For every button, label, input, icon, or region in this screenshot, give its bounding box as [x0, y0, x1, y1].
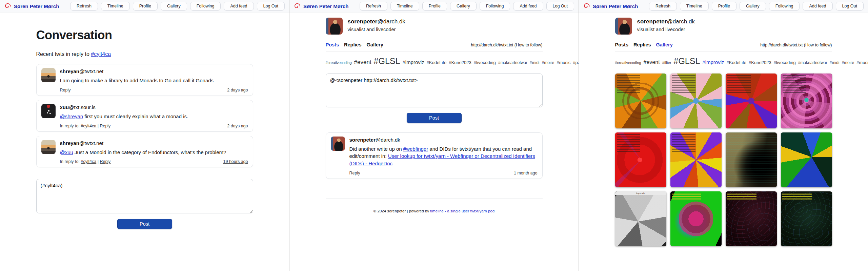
- hashtag-improviz[interactable]: #improviz: [402, 59, 424, 65]
- reply-link[interactable]: Reply: [100, 159, 110, 164]
- hashtag-glsl[interactable]: #GLSL: [674, 56, 700, 66]
- nav-profile[interactable]: Profile: [712, 2, 736, 11]
- tab-posts[interactable]: Posts: [615, 42, 629, 47]
- tab-replies[interactable]: Replies: [344, 42, 362, 47]
- site-owner-link[interactable]: Søren Peter Mørch: [14, 3, 59, 9]
- hashtag-improviz[interactable]: #improviz: [702, 59, 724, 65]
- hashtag-midi[interactable]: #midi: [530, 60, 540, 65]
- gallery-image-grayscale-improviz-window[interactable]: improviz: [615, 191, 666, 246]
- nav-gallery[interactable]: Gallery: [450, 2, 477, 11]
- reply-link[interactable]: Reply: [349, 171, 360, 175]
- reply-composer-textarea[interactable]: (#cylt4ca): [36, 179, 253, 213]
- hashtag-livecoding[interactable]: #livecoding: [774, 60, 796, 65]
- timestamp-link[interactable]: 19 hours ago: [223, 159, 248, 164]
- message-text-span: Just a Monoid in the category of Endofun…: [73, 149, 226, 155]
- conversation-subtitle: Recent twts in reply to #cylt4ca: [36, 51, 253, 57]
- nav-refresh[interactable]: Refresh: [70, 2, 98, 11]
- in-reply-to-link[interactable]: #cylt4ca: [81, 159, 96, 164]
- hashtag-music[interactable]: #music: [856, 60, 868, 65]
- timestamp-link[interactable]: 2 days ago: [227, 124, 248, 128]
- post-button[interactable]: Post: [117, 219, 172, 229]
- nav-add-feed[interactable]: Add feed: [803, 2, 832, 11]
- gallery-image-red-radial[interactable]: [615, 132, 666, 187]
- hashtag-cloud: #creativecoding#event#GLSL#improviz#Kode…: [326, 54, 543, 68]
- gallery-image-blue-green-abstract[interactable]: [781, 132, 832, 187]
- thread-tag-link[interactable]: #cylt4ca: [91, 51, 111, 57]
- hashtag-kodelife[interactable]: #KodeLife: [427, 60, 447, 65]
- hashtag-kune2023[interactable]: #Kune2023: [449, 60, 471, 65]
- hashtag-creativecoding[interactable]: #creativecoding: [615, 61, 641, 65]
- hashtag-moire[interactable]: #moire: [542, 60, 554, 65]
- nav-add-feed[interactable]: Add feed: [224, 2, 254, 11]
- post-button[interactable]: Post: [407, 113, 462, 123]
- reply-link[interactable]: Reply: [100, 124, 110, 128]
- tab-gallery[interactable]: Gallery: [367, 42, 383, 47]
- nav-gallery[interactable]: Gallery: [161, 2, 187, 11]
- how-to-follow-link[interactable]: (How to follow): [514, 43, 543, 47]
- nav-log-out[interactable]: Log Out: [546, 2, 574, 11]
- footer-timeline-link[interactable]: timeline - a single user twtxt/yarn pod: [430, 209, 494, 213]
- app-header: Søren Peter Mørch RefreshTimelineProfile…: [579, 0, 868, 13]
- tab-gallery[interactable]: Gallery: [656, 42, 673, 47]
- hashtag-moire[interactable]: #moire: [842, 60, 854, 65]
- tab-posts[interactable]: Posts: [326, 42, 339, 47]
- hashtag-midi[interactable]: #midi: [830, 60, 840, 65]
- post-composer-textarea[interactable]: @<sorenpeter http://darch.dk/twtxt.txt>: [326, 74, 543, 107]
- profile-nick: sorenpeter: [348, 18, 378, 25]
- gallery-image-magenta-rings-kaleidoscope[interactable]: [781, 74, 832, 128]
- hashtag-creativecoding[interactable]: #creativecoding: [326, 61, 352, 65]
- site-owner-link[interactable]: Søren Peter Mørch: [303, 3, 348, 9]
- gallery-image-red-purple-kaleidoscope[interactable]: [726, 74, 777, 128]
- nav-following[interactable]: Following: [190, 2, 221, 11]
- reply-link[interactable]: Reply: [60, 88, 71, 92]
- gallery-image-dark-maroon-mesh[interactable]: [726, 191, 777, 246]
- gallery-image-dark-teal-mesh[interactable]: [781, 191, 832, 246]
- hashtag-makeartnotwar[interactable]: #makeartnotwar: [498, 60, 527, 65]
- timestamp-link[interactable]: 1 month ago: [514, 171, 538, 175]
- gallery-image-green-magenta-orb[interactable]: [670, 191, 722, 246]
- hashtag-livecoding[interactable]: #livecoding: [474, 60, 496, 65]
- nav-profile[interactable]: Profile: [422, 2, 447, 11]
- nav-profile[interactable]: Profile: [133, 2, 158, 11]
- nav-gallery[interactable]: Gallery: [740, 2, 766, 11]
- mention-link[interactable]: @shreyan: [60, 113, 83, 119]
- hashtag-kodelife[interactable]: #KodeLife: [727, 60, 747, 65]
- gallery-image-orange-green-kaleidoscope[interactable]: [615, 74, 666, 128]
- hashtag-makeartnotwar[interactable]: #makeartnotwar: [798, 60, 827, 65]
- nav-refresh[interactable]: Refresh: [360, 2, 387, 11]
- nav-add-feed[interactable]: Add feed: [513, 2, 543, 11]
- mention-link[interactable]: @xuu: [60, 149, 73, 155]
- tab-replies[interactable]: Replies: [633, 42, 651, 47]
- hashtag-event[interactable]: #event: [644, 59, 660, 65]
- message-meta: In reply to: #cylt4ca | Reply 19 hours a…: [60, 159, 248, 164]
- nav-following[interactable]: Following: [769, 2, 800, 11]
- meta-separator: |: [96, 159, 100, 164]
- hashtag-filter[interactable]: #filter: [662, 61, 671, 65]
- nav-log-out[interactable]: Log Out: [257, 2, 285, 11]
- hashtag-music[interactable]: #music: [557, 60, 570, 65]
- timestamp-link[interactable]: 2 days ago: [227, 88, 248, 92]
- in-reply-to-label: In reply to:: [60, 159, 81, 164]
- hashtag-paintover[interactable]: #paintOver: [573, 60, 579, 65]
- feed-url-link[interactable]: http://darch.dk/twtxt.txt: [760, 43, 803, 47]
- nav-log-out[interactable]: Log Out: [836, 2, 864, 11]
- gallery-image-livecoding-performance-photo[interactable]: [726, 132, 777, 187]
- how-to-follow-link[interactable]: (How to follow): [804, 43, 832, 47]
- profile-bio: visualist and livecoder: [348, 27, 405, 32]
- hashtag-glsl[interactable]: #GLSL: [374, 56, 400, 66]
- nav-timeline[interactable]: Timeline: [390, 2, 419, 11]
- profile-tabs: PostsRepliesGallery http://darch.dk/twtx…: [615, 42, 832, 47]
- gallery-image-pink-olive-kaleidoscope[interactable]: [670, 74, 722, 128]
- nav-timeline[interactable]: Timeline: [680, 2, 709, 11]
- gallery-image-orange-purple-star[interactable]: [670, 132, 722, 187]
- nav-following[interactable]: Following: [480, 2, 510, 11]
- site-owner-link[interactable]: Søren Peter Mørch: [593, 3, 638, 9]
- feed-url-link[interactable]: http://darch.dk/twtxt.txt: [471, 43, 513, 47]
- hashtag-kune2023[interactable]: #Kune2023: [749, 60, 771, 65]
- hashtag-webfinger-link[interactable]: #webfinger: [403, 146, 428, 152]
- in-reply-to-link[interactable]: #cylt4ca: [81, 124, 96, 128]
- nav-timeline[interactable]: Timeline: [101, 2, 130, 11]
- profile-header: sorenpeter@darch.dk visualist and liveco…: [326, 18, 543, 35]
- hashtag-event[interactable]: #event: [354, 59, 371, 65]
- nav-refresh[interactable]: Refresh: [649, 2, 677, 11]
